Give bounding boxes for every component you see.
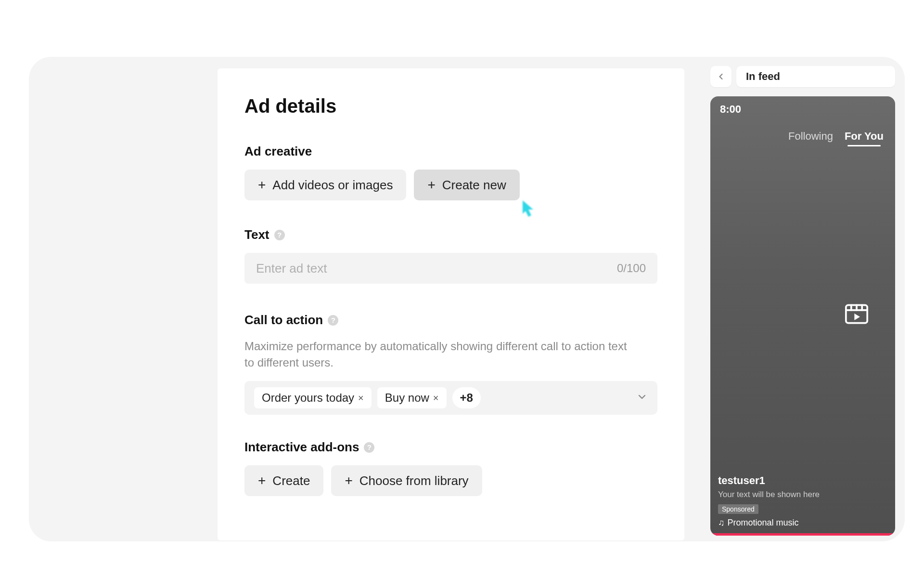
preview-bottom-info: testuser1 Your text will be shown here S… xyxy=(718,474,887,528)
cta-chip-label: Buy now xyxy=(385,391,429,405)
addon-create-button[interactable]: + Create xyxy=(244,465,323,496)
cta-chip-label: Order yours today xyxy=(262,391,354,405)
cta-select[interactable]: Order yours today × Buy now × +8 xyxy=(244,381,657,415)
cta-description: Maximize performance by automatically sh… xyxy=(244,338,639,370)
ad-creative-label: Ad creative xyxy=(244,144,312,159)
chip-remove-icon[interactable]: × xyxy=(358,393,364,404)
tab-for-you[interactable]: For You xyxy=(845,130,884,143)
preview-music: ♫ Promotional music xyxy=(718,518,887,528)
preview-header: In feed xyxy=(710,64,895,89)
help-icon[interactable]: ? xyxy=(274,230,285,240)
plus-icon: + xyxy=(345,473,352,488)
help-icon[interactable]: ? xyxy=(364,442,374,453)
preview-progress-bar xyxy=(710,533,895,536)
chevron-left-icon xyxy=(716,72,726,81)
preview-music-label: Promotional music xyxy=(728,518,799,528)
text-section: Text ? 0/100 xyxy=(244,227,657,284)
text-label: Text xyxy=(244,227,270,242)
ad-text-field[interactable]: 0/100 xyxy=(244,253,657,284)
preview-text-placeholder: Your text will be shown here xyxy=(718,490,887,499)
plus-icon: + xyxy=(427,177,435,193)
chevron-down-icon xyxy=(636,391,648,405)
feed-tabs: Following For You xyxy=(710,116,895,143)
plus-icon: + xyxy=(258,177,266,193)
preview-username: testuser1 xyxy=(718,474,887,487)
create-new-button[interactable]: + Create new xyxy=(414,170,519,200)
cta-label: Call to action xyxy=(244,313,323,328)
cta-chip: Buy now × xyxy=(377,387,447,408)
ad-details-card: Ad details Ad creative + Add videos or i… xyxy=(218,68,684,540)
chip-remove-icon[interactable]: × xyxy=(433,393,439,404)
page-title: Ad details xyxy=(244,95,657,117)
page-shell: Ad details Ad creative + Add videos or i… xyxy=(29,57,905,541)
interactive-addons-section: Interactive add-ons ? + Create + Choose … xyxy=(244,440,657,496)
status-time: 8:00 xyxy=(710,96,895,116)
help-icon[interactable]: ? xyxy=(328,315,338,326)
preview-mode-label: In feed xyxy=(746,70,780,83)
cta-more-badge[interactable]: +8 xyxy=(452,387,481,408)
tab-following[interactable]: Following xyxy=(788,130,833,143)
addon-library-label: Choose from library xyxy=(359,473,469,488)
add-videos-or-images-label: Add videos or images xyxy=(272,178,393,193)
ad-text-input[interactable] xyxy=(256,261,617,276)
plus-icon: + xyxy=(258,473,266,488)
char-counter: 0/100 xyxy=(617,262,646,275)
create-new-label: Create new xyxy=(442,178,506,193)
music-note-icon: ♫ xyxy=(718,518,725,528)
call-to-action-section: Call to action ? Maximize performance by… xyxy=(244,313,657,415)
sponsored-badge: Sponsored xyxy=(718,504,758,514)
phone-preview: 8:00 Following For You testuser1 Your te… xyxy=(710,96,895,536)
video-placeholder-icon xyxy=(841,299,872,329)
addon-choose-library-button[interactable]: + Choose from library xyxy=(331,465,482,496)
svg-marker-5 xyxy=(854,314,860,320)
cta-chip: Order yours today × xyxy=(254,387,372,408)
ad-creative-section: Ad creative + Add videos or images + Cre… xyxy=(244,144,657,200)
preview-back-button[interactable] xyxy=(710,66,732,87)
add-videos-or-images-button[interactable]: + Add videos or images xyxy=(244,170,406,200)
addons-label: Interactive add-ons xyxy=(244,440,359,455)
addon-create-label: Create xyxy=(272,473,310,488)
preview-mode-select[interactable]: In feed xyxy=(736,66,895,87)
